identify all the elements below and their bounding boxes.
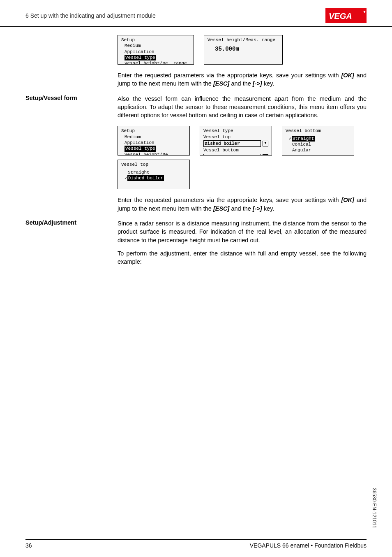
- svg-text:VEGA: VEGA: [329, 12, 352, 21]
- page-content: Setup Medium Application Vessel type Ves…: [0, 35, 392, 266]
- lcd-item: Vessel height/Me. range: [121, 152, 186, 156]
- lcd-vessel-top: Vessel top Straight ✓Dished boiler: [118, 160, 190, 189]
- page-number: 36: [25, 542, 32, 549]
- header-section-title: 6 Set up with the indicating and adjustm…: [25, 12, 156, 19]
- text: Enter the requested parameters via the a…: [118, 72, 341, 79]
- lcd-title: Vessel height/Meas. range: [208, 37, 279, 43]
- lcd-row-1: Setup Medium Application Vessel type Ves…: [118, 35, 367, 65]
- page-footer: 36 VEGAPULS 66 enamel • Foundation Field…: [0, 539, 392, 549]
- lcd-item: Medium: [121, 134, 186, 140]
- section-text: Also the vessel form can influence the m…: [118, 95, 367, 120]
- lcd-highlight: Straight: [292, 136, 315, 142]
- section-label: Setup/Adjustment: [25, 219, 118, 266]
- document-code: 36530-EN-121011: [371, 488, 377, 528]
- section-text: To perform the adjustment, enter the dis…: [118, 249, 367, 266]
- lcd-item-highlighted: Vessel type: [121, 55, 190, 60]
- lcd-highlight: Vessel type: [125, 55, 156, 60]
- section-text-wrap: Since a radar sensor is a distance measu…: [118, 219, 367, 266]
- lcd-sublabel: Vessel top: [203, 134, 268, 140]
- lcd-row-3: Vessel top Straight ✓Dished boiler: [118, 160, 367, 189]
- check-icon: ✓: [289, 136, 292, 141]
- lcd-item: Conical: [286, 142, 350, 147]
- lcd-meas-range: Vessel height/Meas. range 35.000m: [204, 35, 283, 65]
- dropdown-arrow-icon: ▼: [263, 141, 268, 146]
- lcd-vessel-type: Vessel type Vessel top Dished boiler ▼ V…: [200, 126, 272, 155]
- lcd-setup-menu-2: Setup Medium Application Vessel type Ves…: [118, 126, 190, 155]
- document-title: VEGAPULS 66 enamel • Foundation Fieldbus: [250, 542, 367, 549]
- lcd-item: Application: [121, 140, 186, 146]
- lcd-title: Setup: [121, 37, 190, 43]
- key-label: [->]: [253, 205, 262, 212]
- lcd-dropdown: Dished boiler ▼: [203, 153, 268, 156]
- lcd-item-highlighted: ✓Straight: [286, 136, 350, 142]
- text: and the: [229, 205, 252, 212]
- lcd-title: Vessel top: [121, 162, 186, 167]
- key-label: [->]: [253, 80, 262, 87]
- paragraph-1: Enter the requested parameters via the a…: [118, 71, 367, 88]
- text: key.: [262, 80, 274, 87]
- lcd-setup-menu-1: Setup Medium Application Vessel type Ves…: [118, 35, 194, 65]
- lcd-item: Medium: [121, 43, 190, 49]
- section-adjustment: Setup/Adjustment Since a radar sensor is…: [25, 219, 367, 266]
- lcd-item-highlighted: ✓Dished boiler: [121, 175, 186, 181]
- dropdown-arrow-icon: ▼: [263, 154, 268, 156]
- text: and the: [229, 80, 252, 87]
- lcd-highlight: Vessel type: [125, 146, 156, 151]
- vega-logo-svg: VEGA: [325, 8, 367, 23]
- vega-logo: VEGA: [325, 8, 367, 23]
- lcd-title: Vessel bottom: [286, 128, 350, 134]
- check-icon: ✓: [125, 176, 127, 181]
- lcd-sublabel: Vessel bottom: [203, 147, 268, 153]
- text: Enter the requested parameters via the a…: [118, 197, 341, 203]
- lcd-dropdown: Dished boiler ▼: [203, 140, 268, 147]
- key-label: [OK]: [341, 197, 354, 203]
- lcd-item: Vessel height/Me. range: [121, 60, 190, 65]
- page-header: 6 Set up with the indicating and adjustm…: [0, 0, 392, 27]
- key-label: [ESC]: [213, 205, 229, 212]
- lcd-value: 35.000m: [208, 43, 279, 53]
- section-text: Since a radar sensor is a distance measu…: [118, 219, 367, 244]
- lcd-row-2: Setup Medium Application Vessel type Ves…: [118, 126, 367, 155]
- section-vessel-form: Setup/Vessel form Also the vessel form c…: [25, 95, 367, 120]
- lcd-item-highlighted: Vessel type: [121, 146, 186, 151]
- text: key.: [262, 205, 274, 212]
- lcd-highlight: Dished boiler: [127, 175, 164, 181]
- dropdown-value: Dished boiler: [203, 140, 261, 147]
- section-label: Setup/Vessel form: [25, 95, 118, 120]
- lcd-item: Angular: [286, 147, 350, 153]
- dropdown-value: Dished boiler: [203, 154, 261, 156]
- lcd-item: Straight: [121, 169, 186, 175]
- key-label: [ESC]: [213, 80, 229, 87]
- lcd-item: Application: [121, 49, 190, 55]
- footer-line: 36 VEGAPULS 66 enamel • Foundation Field…: [25, 539, 367, 549]
- key-label: [OK]: [341, 72, 354, 79]
- lcd-title: Setup: [121, 128, 186, 134]
- lcd-vessel-bottom: Vessel bottom ✓Straight Conical Angular: [282, 126, 354, 155]
- lcd-title: Vessel type: [203, 128, 268, 134]
- paragraph-2: Enter the requested parameters via the a…: [118, 196, 367, 213]
